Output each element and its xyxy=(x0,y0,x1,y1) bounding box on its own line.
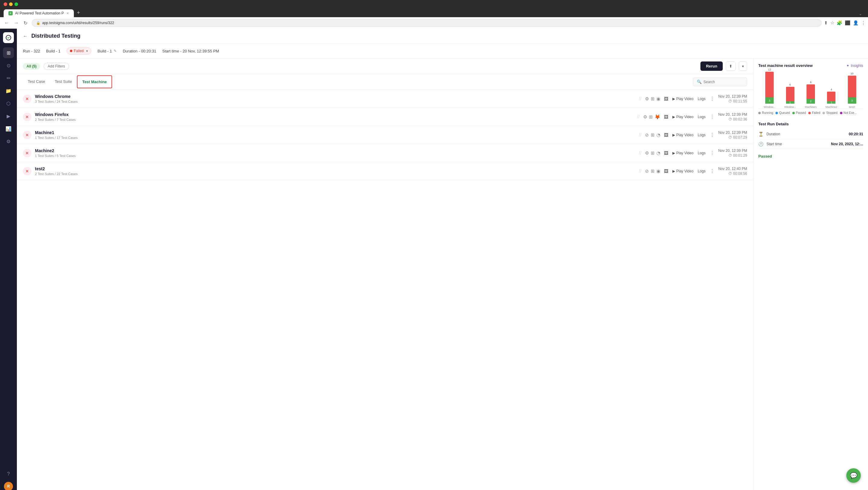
rerun-button[interactable]: Rerun xyxy=(701,61,723,71)
share-icon[interactable]: ⬆ xyxy=(824,20,828,26)
machine-row: ✕ Machine1 1 Test Suites / 17 Test Cases… xyxy=(17,126,753,144)
run-info-bar: Run - 322 Build - 1 Failed ▾ Build - 1 ✎… xyxy=(17,44,868,58)
sidebar: ⊞ ⊙ ✏ 📁 ⬡ ▶ 📊 ⚙ ? R xyxy=(0,29,17,490)
more-options-button[interactable]: ⋮ xyxy=(710,114,715,120)
browser-navigation: ← → ↻ xyxy=(2,20,29,27)
build-edit-label: Build - 1 xyxy=(97,49,112,53)
settings-icon: ⚙ xyxy=(643,114,647,120)
machine-env-icons: ⚙ ⊞ ◔ xyxy=(645,150,660,156)
sidebar-item-edit[interactable]: ✏ xyxy=(3,73,14,84)
legend-label-failed: Failed xyxy=(812,111,820,115)
add-filters-button[interactable]: Add Filters xyxy=(44,63,69,70)
bookmark-icon[interactable]: ☆ xyxy=(830,20,834,26)
export-button[interactable]: ⬆ xyxy=(726,61,736,71)
play-video-button[interactable]: ▶ Play Video xyxy=(673,115,693,119)
insights-label: Insights xyxy=(851,64,863,68)
insights-button[interactable]: ✦ Insights xyxy=(846,64,863,68)
main-content: ← Distributed Testing Run - 322 Build - … xyxy=(17,29,868,490)
duration-icon: ⏳ xyxy=(758,132,764,136)
bar-label: Window... xyxy=(764,105,775,109)
machine-name: Machine1 xyxy=(35,130,635,135)
legend-dot-failed xyxy=(808,112,811,114)
edit-icon[interactable]: ✎ xyxy=(114,49,117,53)
active-browser-tab[interactable]: ✦ AI Powered Test Automation P ✕ xyxy=(4,9,74,17)
more-options-button[interactable]: ⋮ xyxy=(710,150,715,156)
run-details-section: Test Run Details ⏳ Duration 00:20:31 🕐 S… xyxy=(758,122,863,158)
sidebar-item-modules[interactable]: ⬡ xyxy=(3,98,14,109)
sidebar-item-runs[interactable]: ▶ xyxy=(3,111,14,121)
browser-menu-icon[interactable]: ⌄ xyxy=(857,10,864,17)
back-nav-button[interactable]: ← xyxy=(2,20,11,27)
app-logo[interactable] xyxy=(3,32,14,43)
tab-test-machine[interactable]: Test Machine xyxy=(77,75,112,88)
url-bar[interactable]: 🔒 app.testsigma.com/ui/td/results/259/ru… xyxy=(32,19,822,27)
legend-dot-running xyxy=(758,112,761,114)
machine-row: ✕ Windows Firefox 2 Test Suites / 7 Test… xyxy=(17,108,753,126)
play-video-button[interactable]: ▶ Play Video xyxy=(673,151,693,155)
sidebar-bottom: ? R xyxy=(3,469,14,490)
sidebar-item-reports[interactable]: ⊙ xyxy=(3,60,14,71)
tab-favicon: ✦ xyxy=(8,11,13,16)
legend-dot-stopped xyxy=(823,112,825,114)
menu-icon[interactable]: ⋮ xyxy=(861,20,866,26)
machine-date: Nov 20, 12:39 PM xyxy=(718,113,747,117)
logs-button[interactable]: Logs xyxy=(698,97,706,101)
bar-failed xyxy=(765,72,774,97)
windows-icon: ⊞ xyxy=(651,96,655,101)
tab-test-suite[interactable]: Test Suite xyxy=(50,75,77,88)
screenshot-icon[interactable]: 🖼 xyxy=(664,151,668,155)
all-filter-button[interactable]: All (5) xyxy=(23,63,40,70)
back-button[interactable]: ← xyxy=(23,33,28,39)
tab-bar: Test Case Test Suite Test Machine 🔍 xyxy=(17,74,753,90)
screenshot-icon[interactable]: 🖼 xyxy=(664,115,668,119)
more-options-button[interactable]: ⋮ xyxy=(710,96,715,101)
machine-list: ✕ Windows Chrome 3 Test Suites / 24 Test… xyxy=(17,90,753,490)
play-video-button[interactable]: ▶ Play Video xyxy=(673,97,693,101)
extensions-icon[interactable]: 🧩 xyxy=(837,20,842,26)
sidebar-item-dashboard[interactable]: ⊞ xyxy=(3,47,14,58)
screenshot-icon[interactable]: 🖼 xyxy=(664,169,668,174)
logs-button[interactable]: Logs xyxy=(698,151,706,155)
help-button[interactable]: ? xyxy=(3,469,14,480)
maximize-window-button[interactable] xyxy=(14,2,18,6)
logs-button[interactable]: Logs xyxy=(698,169,706,173)
new-tab-button[interactable]: + xyxy=(74,8,83,17)
start-info: Start time - 20 Nov, 12:39:55 PM xyxy=(162,49,219,53)
chrome-icon: ◉ xyxy=(656,96,660,101)
profile-icon[interactable]: 👤 xyxy=(853,20,859,26)
sidebar-item-repository[interactable]: 📁 xyxy=(3,85,14,96)
forward-nav-button[interactable]: → xyxy=(12,20,21,27)
avatar[interactable]: R xyxy=(4,482,13,490)
chart-area: 12 3 Window... 6 xyxy=(758,73,863,115)
expand-button[interactable]: ▾ xyxy=(739,61,747,71)
screenshot-icon[interactable]: 🖼 xyxy=(664,96,668,101)
search-box[interactable]: 🔍 xyxy=(693,78,747,86)
bar-passed-num: 3 xyxy=(769,99,770,102)
sidebar-item-analytics[interactable]: 📊 xyxy=(3,123,14,134)
minimize-window-button[interactable] xyxy=(9,2,13,6)
close-window-button[interactable] xyxy=(4,2,7,6)
refresh-button[interactable]: ↻ xyxy=(22,20,29,27)
tab-test-case[interactable]: Test Case xyxy=(23,75,50,88)
legend-dot-not-executed xyxy=(840,112,842,114)
logs-button[interactable]: Logs xyxy=(698,133,706,137)
search-icon: 🔍 xyxy=(697,80,702,84)
machine-duration: ⏱ 00:01:29 xyxy=(718,153,747,158)
screenshot-icon[interactable]: 🖼 xyxy=(664,132,668,137)
machine-duration: ⏱ 00:02:36 xyxy=(718,117,747,121)
status-failed-icon: ✕ xyxy=(23,113,31,121)
status-badge[interactable]: Failed ▾ xyxy=(67,47,92,55)
tab-close-button[interactable]: ✕ xyxy=(66,11,69,16)
status-dropdown-arrow[interactable]: ▾ xyxy=(86,49,88,53)
chat-button[interactable]: 💬 xyxy=(846,468,861,483)
search-input[interactable] xyxy=(704,80,743,84)
more-options-button[interactable]: ⋮ xyxy=(710,132,715,138)
filter-bar-actions: Rerun ⬆ ▾ xyxy=(701,61,747,71)
play-video-button[interactable]: ▶ Play Video xyxy=(673,133,693,137)
bar-failed-num: 10 xyxy=(850,72,854,75)
more-options-button[interactable]: ⋮ xyxy=(710,168,715,174)
sidebar-item-settings[interactable]: ⚙ xyxy=(3,136,14,147)
sidebar-toggle-icon[interactable]: ⬛ xyxy=(845,20,850,26)
logs-button[interactable]: Logs xyxy=(698,115,706,119)
play-video-button[interactable]: ▶ Play Video xyxy=(673,169,693,173)
